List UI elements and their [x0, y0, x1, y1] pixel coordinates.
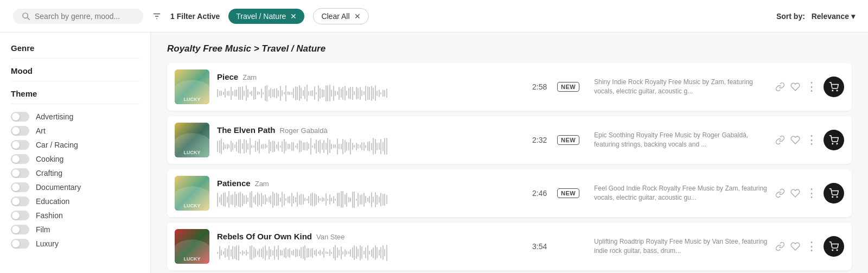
link-icon-3[interactable] — [775, 242, 785, 251]
sidebar-mood-title: Mood — [11, 66, 139, 75]
track-info-0: Piece Zam — [217, 72, 525, 102]
active-filter-chip[interactable]: Travel / Nature ✕ — [228, 9, 304, 24]
cart-button-1[interactable] — [824, 130, 844, 150]
theme-label-5: Documentary — [36, 183, 81, 192]
track-row: The Elven Path Roger Gabaldà 2:32 NEW Ep… — [167, 116, 852, 164]
theme-label-3: Cooking — [36, 155, 63, 163]
svg-point-11 — [832, 250, 833, 251]
track-actions-0: ⋮ — [775, 77, 844, 97]
track-actions-3: ⋮ — [775, 236, 844, 257]
track-list: Piece Zam 2:58 NEW Shiny Indie Rock Roya… — [167, 63, 852, 270]
theme-toggle-row-4: Crafting — [11, 168, 139, 178]
cart-button-3[interactable] — [824, 236, 844, 257]
waveform-1[interactable] — [217, 138, 525, 155]
track-meta-0: 2:58 NEW — [532, 82, 586, 92]
theme-toggle-8[interactable] — [11, 225, 29, 234]
theme-toggle-5[interactable] — [11, 182, 29, 192]
waveform-2[interactable] — [217, 191, 525, 208]
sidebar: Genre Mood Theme Advertising Art Car / R… — [0, 33, 151, 273]
breadcrumb-root: Royalty Free Music — [167, 43, 251, 54]
heart-icon-3[interactable] — [790, 242, 800, 251]
sort-selector[interactable]: Sort by: Relevance ▾ — [776, 12, 855, 21]
track-row: Patience Zam 2:46 NEW Feel Good Indie Ro… — [167, 169, 852, 217]
sort-prefix: Sort by: — [776, 12, 805, 21]
track-info-3: Rebels Of Our Own Kind Van Stee — [217, 232, 525, 262]
track-meta-2: 2:46 NEW — [532, 188, 586, 198]
new-badge-2: NEW — [557, 188, 579, 198]
heart-icon-2[interactable] — [790, 188, 800, 198]
cart-button-0[interactable] — [824, 77, 844, 97]
more-icon-3[interactable]: ⋮ — [806, 239, 818, 253]
theme-toggle-1[interactable] — [11, 126, 29, 136]
theme-toggle-2[interactable] — [11, 140, 29, 150]
theme-toggle-7[interactable] — [11, 211, 29, 220]
track-row: Piece Zam 2:58 NEW Shiny Indie Rock Roya… — [167, 63, 852, 111]
svg-point-6 — [837, 90, 838, 91]
heart-icon-1[interactable] — [790, 135, 800, 145]
more-icon-1[interactable]: ⋮ — [806, 133, 818, 147]
theme-label-9: Luxury — [36, 239, 59, 248]
theme-toggle-row-2: Car / Racing — [11, 140, 139, 150]
theme-toggle-0[interactable] — [11, 112, 29, 122]
main-area: Genre Mood Theme Advertising Art Car / R… — [0, 33, 868, 273]
svg-point-5 — [832, 90, 833, 91]
svg-point-9 — [832, 196, 833, 198]
theme-toggle-6[interactable] — [11, 196, 29, 206]
track-desc-3: Uplifting Roadtrip Royalty Free Music by… — [594, 237, 768, 256]
waveform-0[interactable] — [217, 85, 525, 102]
svg-point-0 — [23, 13, 28, 18]
new-badge-0: NEW — [557, 82, 579, 92]
search-input[interactable] — [35, 12, 135, 21]
sidebar-genre-title: Genre — [11, 43, 139, 53]
track-thumb-0 — [175, 69, 209, 104]
track-thumb-1 — [175, 123, 209, 157]
theme-toggle-row-5: Documentary — [11, 182, 139, 192]
sidebar-theme-title: Theme — [11, 89, 139, 98]
track-info-2: Patience Zam — [217, 179, 525, 208]
chevron-down-icon: ▾ — [851, 12, 855, 21]
track-meta-3: 3:54 — [532, 242, 586, 251]
breadcrumb-separator: > — [251, 43, 261, 54]
remove-filter-icon[interactable]: ✕ — [290, 12, 297, 21]
link-icon-0[interactable] — [775, 82, 785, 92]
track-artist-3: Van Stee — [316, 233, 345, 241]
track-info-1: The Elven Path Roger Gabaldà — [217, 125, 525, 155]
filter-chip-label: Travel / Nature — [236, 12, 286, 21]
track-thumb-2 — [175, 176, 209, 211]
track-desc-2: Feel Good Indie Rock Royalty Free Music … — [594, 184, 768, 202]
theme-toggle-row-8: Film — [11, 225, 139, 234]
track-artist-1: Roger Gabaldà — [280, 126, 328, 135]
cart-button-2[interactable] — [824, 183, 844, 204]
sidebar-divider-genre — [11, 58, 139, 59]
theme-toggle-9[interactable] — [11, 239, 29, 249]
theme-toggle-row-1: Art — [11, 126, 139, 136]
waveform-3[interactable] — [217, 244, 525, 262]
search-box — [13, 9, 143, 24]
clear-all-chip[interactable]: Clear All ✕ — [313, 8, 368, 24]
theme-toggle-3[interactable] — [11, 154, 29, 164]
filter-icon — [152, 11, 162, 21]
link-icon-2[interactable] — [775, 188, 785, 198]
more-icon-0[interactable]: ⋮ — [806, 80, 818, 94]
clear-all-close-icon[interactable]: ✕ — [354, 12, 361, 21]
sort-value: Relevance — [812, 12, 849, 21]
clear-all-label: Clear All — [321, 12, 349, 21]
breadcrumb: Royalty Free Music > Travel / Nature — [167, 43, 852, 54]
track-desc-1: Epic Soothing Royalty Free Music by Roge… — [594, 131, 768, 149]
top-bar: 1 Filter Active Travel / Nature ✕ Clear … — [0, 0, 868, 33]
svg-point-10 — [837, 196, 838, 198]
link-icon-1[interactable] — [775, 135, 785, 145]
track-title-3: Rebels Of Our Own Kind — [217, 232, 312, 241]
theme-label-2: Car / Racing — [36, 141, 78, 149]
theme-toggle-list: Advertising Art Car / Racing Cooking Cra… — [11, 112, 139, 249]
new-badge-1: NEW — [557, 135, 579, 145]
track-duration-3: 3:54 — [532, 242, 552, 251]
heart-icon-0[interactable] — [790, 82, 800, 92]
track-actions-1: ⋮ — [775, 130, 844, 150]
more-icon-2[interactable]: ⋮ — [806, 186, 818, 200]
svg-point-12 — [837, 250, 838, 251]
filter-active-label: 1 Filter Active — [170, 12, 220, 21]
svg-point-7 — [832, 143, 833, 144]
theme-toggle-4[interactable] — [11, 168, 29, 178]
track-artist-0: Zam — [242, 73, 257, 81]
